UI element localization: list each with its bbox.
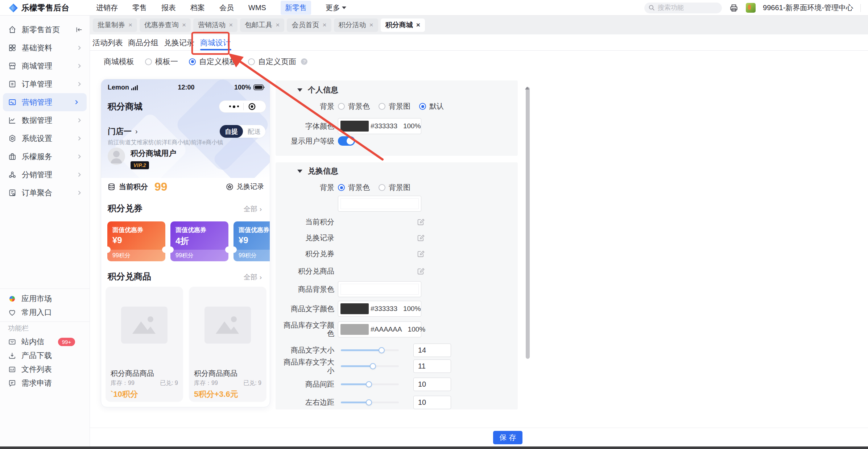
sidebar-item-order-mgmt[interactable]: 订单管理 [0, 75, 90, 93]
color-opacity[interactable]: 100% [403, 305, 421, 313]
sidebar-item-data-mgmt[interactable]: 数据管理 [0, 111, 90, 129]
slider-thumb[interactable] [379, 347, 385, 353]
topnav-item[interactable]: 档案 [190, 3, 205, 13]
goods-gap-input[interactable] [413, 378, 451, 391]
more-dots-icon[interactable] [229, 105, 239, 108]
edit-icon[interactable] [417, 250, 425, 258]
sidebar-item-system-settings[interactable]: 系统设置 [0, 129, 90, 147]
save-button[interactable]: 保存 [493, 431, 522, 444]
miniprogram-capsule[interactable] [219, 100, 266, 113]
sidebar-item-lemon-service[interactable]: 乐檬服务 [0, 147, 90, 166]
slider-thumb[interactable] [366, 399, 372, 406]
sidebar-item-distribution-mgmt[interactable]: 分销管理 [0, 166, 90, 184]
close-icon[interactable]: × [322, 21, 326, 29]
store-name[interactable]: 门店一 › [108, 126, 138, 137]
sidebar-item-marketing-mgmt[interactable]: 营销管理 [3, 93, 87, 111]
tab-coupon-query[interactable]: 优惠券查询× [140, 18, 191, 32]
close-icon[interactable]: × [229, 21, 233, 29]
tab-points-mall[interactable]: 积分商城× [381, 18, 425, 32]
color-hex[interactable]: #AAAAAA [371, 325, 402, 333]
stock-font-size-input[interactable] [413, 359, 451, 373]
subtab-redeem-record[interactable]: 兑换记录 [164, 34, 194, 51]
radio-bg-image[interactable]: 背景图 [379, 101, 410, 111]
subtab-product-group[interactable]: 商品分组 [128, 34, 158, 51]
close-icon[interactable]: × [416, 21, 420, 29]
radio-custom-page[interactable]: 自定义页面 ? [248, 57, 307, 67]
capsule-target-icon[interactable] [248, 103, 256, 111]
printer-icon[interactable] [729, 3, 739, 13]
scrollbar-thumb[interactable] [526, 87, 530, 359]
bg-color-input[interactable] [338, 196, 421, 212]
sidebar-item-order-aggregation[interactable]: 订单聚合 [0, 184, 90, 202]
topnav-item[interactable]: 零售 [132, 3, 147, 13]
tab-marketing-activity[interactable]: 营销活动× [193, 18, 237, 32]
redeem-record-link[interactable]: 兑换记录 [226, 182, 264, 191]
topnav-more[interactable]: 更多 [326, 3, 346, 13]
sidebar-item-common-entry[interactable]: 常用入口 [0, 305, 90, 319]
subtab-activity-list[interactable]: 活动列表 [92, 34, 123, 51]
sidebar-item-app-market[interactable]: 应用市场 [0, 292, 90, 305]
topnav-item-active[interactable]: 新零售 [281, 1, 311, 15]
topnav-item[interactable]: 报表 [161, 3, 176, 13]
sidebar-item-product-download[interactable]: 产品下载 [0, 349, 90, 362]
account-name[interactable]: 99661-新界面环境-管理中心 [763, 3, 853, 13]
sidebar-item-request[interactable]: 需求申请 [0, 376, 90, 390]
close-icon[interactable]: × [276, 21, 280, 29]
pickup-option-selected[interactable]: 自提 [220, 125, 243, 138]
radio-bg-color[interactable]: 背景色 [338, 101, 370, 111]
radio-template-one[interactable]: 模板一 [145, 57, 178, 67]
radio-bg-default[interactable]: 默认 [419, 101, 444, 111]
tab-points-activity[interactable]: 积分活动× [334, 18, 378, 32]
sidebar-item-home[interactable]: 新零售首页 [0, 21, 90, 39]
color-opacity[interactable]: 100% [408, 325, 426, 333]
subtab-mall-design[interactable]: 商城设计 [200, 34, 231, 51]
coupon-card[interactable]: 面值优惠券 4折 99积分 [170, 221, 228, 261]
goods-stock-color-picker[interactable]: #AAAAAA 100% [338, 321, 421, 337]
sidebar-item-inbox[interactable]: 站内信 99+ [0, 335, 90, 349]
radio-custom-template[interactable]: 自定义模板 [189, 57, 237, 67]
sidebar-item-mall-mgmt[interactable]: 商城管理 [0, 57, 90, 75]
sidebar-item-file-list[interactable]: 文件列表 [0, 362, 90, 376]
tab-member-home[interactable]: 会员首页× [287, 18, 331, 32]
slider-thumb[interactable] [366, 381, 372, 387]
edit-icon[interactable] [417, 267, 425, 275]
radio-bg-color[interactable]: 背景色 [338, 183, 370, 192]
slider-thumb[interactable] [370, 363, 376, 369]
goods-font-size-input[interactable] [413, 344, 451, 357]
topnav-item[interactable]: 进销存 [96, 3, 118, 13]
search-input[interactable] [658, 4, 712, 12]
color-swatch[interactable] [340, 121, 369, 132]
coupon-card[interactable]: 面值优惠券 ¥9 99积分 [107, 221, 165, 261]
close-icon[interactable]: × [369, 21, 373, 29]
account-avatar[interactable] [746, 3, 756, 13]
section-collapse-header[interactable]: 个人信息 [297, 85, 338, 95]
product-card[interactable]: 积分商品商品 库存：99 已兑: 9 5积分+3.6元 [189, 287, 266, 402]
topnav-item[interactable]: 会员 [219, 3, 234, 13]
sidebar-item-basic-data[interactable]: 基础资料 [0, 39, 90, 57]
goods-bg-color-input[interactable] [338, 281, 421, 297]
tab-free-shipping[interactable]: 包邮工具× [240, 18, 284, 32]
color-hex[interactable]: #333333 [371, 122, 397, 130]
fulfillment-toggle[interactable]: 自提 配送 [220, 125, 265, 138]
color-swatch[interactable] [340, 303, 369, 314]
color-opacity[interactable]: 100% [403, 122, 421, 130]
delivery-option[interactable]: 配送 [243, 127, 265, 136]
radio-bg-image[interactable]: 背景图 [379, 183, 410, 192]
help-icon[interactable]: ? [301, 58, 307, 65]
side-margin-input[interactable] [413, 396, 451, 409]
topnav-item[interactable]: WMS [248, 4, 266, 12]
show-level-toggle-on[interactable] [338, 136, 355, 146]
color-hex[interactable]: #333333 [371, 305, 397, 313]
font-color-picker[interactable]: #333333 100% [338, 118, 421, 134]
stock-font-size-slider[interactable] [341, 365, 399, 367]
goods-font-size-slider[interactable] [341, 349, 399, 351]
panel-scrollbar[interactable] [525, 80, 530, 408]
goods-text-color-picker[interactable]: #333333 100% [338, 301, 421, 317]
close-icon[interactable]: × [182, 21, 186, 29]
product-card[interactable]: 积分商品商品 库存：99 已兑: 9 `10积分 [106, 287, 183, 402]
goods-gap-slider[interactable] [341, 383, 399, 385]
scroll-up-icon[interactable] [525, 80, 529, 90]
coupon-view-all[interactable]: 全部 › [244, 204, 262, 214]
close-icon[interactable]: × [128, 21, 132, 29]
tab-batch-coupon[interactable]: 批量制券× [93, 18, 137, 32]
